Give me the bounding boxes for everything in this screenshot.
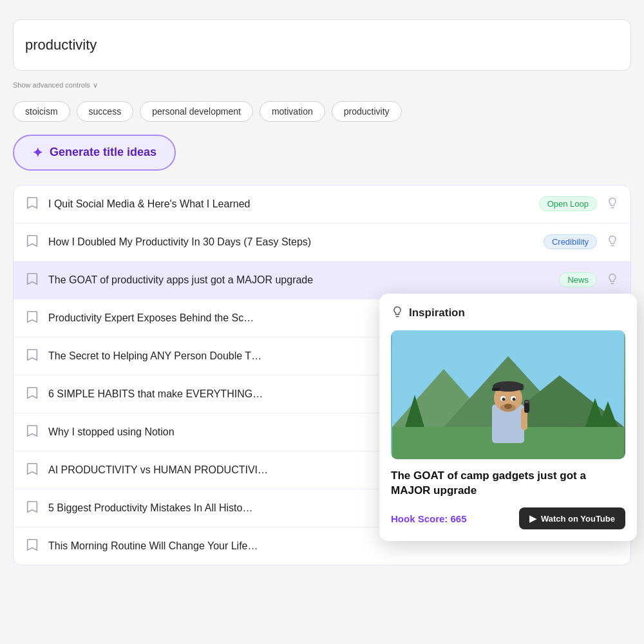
watch-on-youtube-button[interactable]: ▶ Watch on YouTube <box>519 507 625 529</box>
bookmark-icon <box>25 234 39 251</box>
bookmark-icon <box>25 348 39 365</box>
advanced-controls-toggle[interactable]: Show advanced controls ∨ <box>13 81 98 90</box>
main-container: Show advanced controls ∨ stoicismsuccess… <box>13 19 631 565</box>
result-text: I Quit Social Media & Here's What I Lear… <box>48 198 530 210</box>
hook-score: Hook Score: 665 <box>391 513 467 524</box>
result-badge-open-loop: Open Loop <box>539 196 597 211</box>
result-row[interactable]: The GOAT of productivity apps just got a… <box>14 261 630 299</box>
tag-chip[interactable]: personal development <box>140 101 253 122</box>
bookmark-icon <box>25 424 39 440</box>
tag-chip[interactable]: success <box>77 101 134 122</box>
svg-point-16 <box>513 397 516 401</box>
svg-rect-12 <box>492 388 500 391</box>
generate-button[interactable]: ✦ Generate title ideas <box>13 135 176 171</box>
bookmark-icon <box>25 500 39 516</box>
tag-chip[interactable]: stoicism <box>13 101 70 122</box>
popup-header: Inspiration <box>391 305 625 321</box>
result-text: The GOAT of productivity apps just got a… <box>48 274 550 286</box>
bulb-icon <box>606 196 619 212</box>
youtube-icon: ▶ <box>529 513 536 524</box>
bookmark-icon <box>25 538 39 554</box>
results-panel: I Quit Social Media & Here's What I Lear… <box>13 185 631 565</box>
result-row[interactable]: How I Doubled My Productivity In 30 Days… <box>14 223 630 261</box>
bookmark-icon <box>25 272 39 289</box>
tag-chip[interactable]: motivation <box>260 101 325 122</box>
result-text: How I Doubled My Productivity In 30 Days… <box>48 236 535 248</box>
generate-button-label: Generate title ideas <box>50 146 156 159</box>
bookmark-icon <box>25 196 39 213</box>
popup-image <box>391 330 625 459</box>
result-badge-news: News <box>559 272 597 287</box>
svg-rect-20 <box>525 401 529 403</box>
inspiration-popup: Inspiration <box>379 294 637 542</box>
bulb-icon <box>606 272 619 288</box>
svg-point-21 <box>500 404 516 412</box>
result-badge-credibility: Credibility <box>544 234 597 249</box>
popup-video-title: The GOAT of camp gadgets just got a MAJO… <box>391 468 625 499</box>
sparkle-icon: ✦ <box>32 145 43 160</box>
search-input[interactable] <box>25 37 619 53</box>
result-row[interactable]: I Quit Social Media & Here's What I Lear… <box>14 185 630 223</box>
watch-btn-label: Watch on YouTube <box>541 514 615 524</box>
bookmark-icon <box>25 386 39 402</box>
popup-bulb-icon <box>391 305 404 321</box>
chevron-down-icon: ∨ <box>93 81 98 90</box>
result-text: This Morning Routine Will Change Your Li… <box>48 540 619 552</box>
bookmark-icon <box>25 310 39 327</box>
advanced-controls-label: Show advanced controls <box>13 81 90 89</box>
svg-point-15 <box>502 397 506 401</box>
search-box[interactable] <box>13 19 631 71</box>
tag-chip[interactable]: productivity <box>332 101 402 122</box>
tags-row: stoicismsuccesspersonal developmentmotiv… <box>13 101 631 122</box>
popup-footer: Hook Score: 665 ▶ Watch on YouTube <box>391 507 625 529</box>
popup-title: Inspiration <box>409 307 465 319</box>
bulb-icon <box>606 234 619 250</box>
bookmark-icon <box>25 462 39 478</box>
